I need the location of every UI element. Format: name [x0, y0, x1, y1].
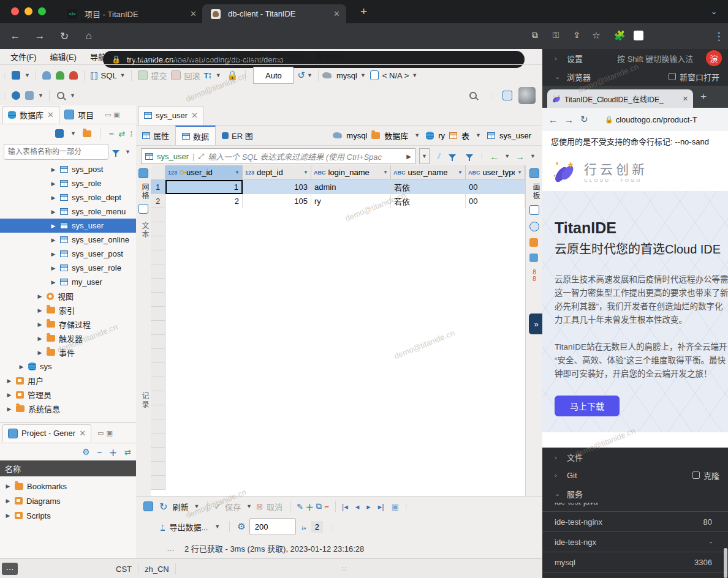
- apply-filter-funnel-icon[interactable]: [466, 154, 473, 159]
- column-header-user_type[interactable]: ABCuser_type▼: [466, 165, 525, 180]
- ime-badge[interactable]: 演: [706, 50, 722, 66]
- add-row-icon[interactable]: ＋: [306, 501, 314, 512]
- edit-row-icon[interactable]: ✎: [297, 502, 303, 511]
- delete-row-icon[interactable]: −: [324, 502, 329, 511]
- password-key-icon[interactable]: ⚿: [545, 30, 566, 40]
- search-icon[interactable]: [57, 92, 64, 99]
- expand-all-icon[interactable]: ＋: [109, 446, 117, 458]
- expander-arrow-icon[interactable]: ▶: [50, 251, 56, 257]
- download-button[interactable]: 马上下载: [555, 396, 620, 416]
- sql-editor-icon[interactable]: ⟦⟧: [90, 71, 98, 80]
- fetch-size-input[interactable]: [249, 518, 296, 535]
- nav-forward-arrow-icon[interactable]: →: [515, 151, 525, 162]
- collapse-all-icon[interactable]: −: [109, 129, 114, 138]
- tree-item-管理员[interactable]: ▶管理员: [0, 388, 136, 402]
- save-filter-funnel-icon[interactable]: [449, 154, 456, 159]
- forward-icon[interactable]: →: [29, 30, 50, 42]
- web-panel-icon[interactable]: [529, 222, 539, 231]
- more-panels-icon[interactable]: 88: [526, 269, 542, 282]
- new-tab-icon[interactable]: +: [700, 91, 707, 103]
- minimize-panel-icon[interactable]: ▭: [97, 429, 104, 437]
- link-editor-icon[interactable]: ⇄: [118, 129, 125, 138]
- panel-toggle-icon[interactable]: [138, 168, 148, 178]
- expander-arrow-icon[interactable]: ▶: [50, 181, 56, 187]
- schema-selector[interactable]: < N/A >: [382, 71, 409, 80]
- nav-back-caret-icon[interactable]: ▼: [504, 153, 510, 159]
- maximize-panel-icon[interactable]: ▣: [106, 429, 112, 437]
- tree-item-索引[interactable]: ▶索引: [0, 303, 136, 317]
- expander-arrow-icon[interactable]: ▶: [5, 512, 11, 519]
- cancel-button[interactable]: 取消: [267, 501, 282, 512]
- expander-arrow-icon[interactable]: ▶: [37, 307, 43, 313]
- tree-item-my_user[interactable]: ▶my_user: [0, 275, 136, 289]
- tab-databases[interactable]: 数据库 ✕: [2, 106, 59, 124]
- expand-sidebar-handle[interactable]: »: [529, 313, 542, 334]
- quick-search-icon[interactable]: [469, 92, 477, 99]
- expander-arrow-icon[interactable]: ▶: [6, 406, 12, 412]
- clipboard-icon[interactable]: ⧉: [525, 30, 545, 40]
- expander-arrow-icon[interactable]: ▶: [6, 378, 12, 384]
- close-tab-icon[interactable]: ✕: [683, 95, 688, 103]
- forward-icon[interactable]: →: [564, 114, 578, 125]
- column-header-user_id[interactable]: 123user_id▼: [165, 165, 243, 180]
- rollback-icon[interactable]: [171, 70, 181, 80]
- browser-menu-icon[interactable]: ⋮: [708, 30, 728, 43]
- tree-item-触发器[interactable]: ▶触发器: [0, 331, 136, 345]
- settings-row[interactable]: › 设置 按 Shift 键切换输入法 演: [542, 49, 728, 67]
- service-row-mysql[interactable]: mysql3306: [542, 552, 728, 572]
- maximize-panel-icon[interactable]: ▣: [113, 111, 119, 119]
- auto-commit-select[interactable]: Auto: [253, 67, 294, 84]
- breadcrumb-label[interactable]: ry: [438, 131, 445, 140]
- view-tab-data[interactable]: 数据: [175, 126, 216, 145]
- expander-arrow-icon[interactable]: ▶: [50, 279, 56, 285]
- reload-icon[interactable]: ↻: [580, 114, 594, 125]
- text-view-tab[interactable]: 文本: [140, 222, 150, 239]
- tree-item-用户[interactable]: ▶用户: [0, 373, 136, 388]
- cell-user_type[interactable]: 00: [466, 180, 525, 194]
- table-row[interactable]: 11103admin若依00: [151, 180, 525, 194]
- open-new-window-button[interactable]: 新窗口打开: [669, 71, 719, 83]
- mini-browser-tab[interactable]: TitanIDE_CloudIDE_在线IDE_ ✕: [547, 89, 693, 108]
- rollback-button[interactable]: 回滚: [184, 70, 200, 81]
- row-number-cell[interactable]: 1: [151, 180, 165, 194]
- search-caret-icon[interactable]: ▼: [70, 92, 75, 99]
- tab-search-chevron-icon[interactable]: ⌄: [711, 7, 717, 16]
- minimize-panel-icon[interactable]: ▭: [105, 111, 111, 119]
- next-row-icon[interactable]: ▸: [366, 502, 371, 511]
- close-tab-icon[interactable]: ✕: [190, 9, 197, 18]
- save-caret-icon[interactable]: ▼: [246, 503, 252, 509]
- git-clone-button[interactable]: 克隆: [692, 470, 719, 481]
- tree-item-sys_role_dept[interactable]: ▶sys_role_dept: [0, 190, 136, 205]
- home-icon[interactable]: ⌂: [78, 30, 99, 42]
- duplicate-row-icon[interactable]: ⧉: [316, 501, 322, 511]
- new-connection-icon[interactable]: [55, 129, 64, 138]
- expander-arrow-icon[interactable]: ▶: [6, 392, 12, 398]
- expander-arrow-icon[interactable]: ▶: [50, 195, 56, 201]
- git-panel-row[interactable]: › Git 克隆: [542, 466, 728, 484]
- breadcrumb-label[interactable]: 数据库: [384, 130, 408, 141]
- connect-plug-icon[interactable]: [42, 71, 51, 80]
- connection-selector[interactable]: mysql: [336, 71, 357, 80]
- column-header-user_name[interactable]: ABCuser_name▼: [391, 165, 466, 180]
- value-panel-tab[interactable]: 画板: [531, 183, 541, 200]
- sort-caret-icon[interactable]: ▼: [458, 170, 463, 175]
- cell-user_name[interactable]: 若依: [391, 194, 466, 208]
- filter-funnel-icon[interactable]: [112, 150, 119, 154]
- sql-caret-icon[interactable]: ▼: [120, 72, 126, 78]
- cell-user_id[interactable]: 2: [165, 194, 243, 208]
- breadcrumb-label[interactable]: mysql: [346, 131, 367, 140]
- record-panel-icon[interactable]: [143, 501, 153, 511]
- link-editor-icon[interactable]: ⇄: [124, 448, 131, 457]
- editor-tab-sys-user[interactable]: sys_user ✕: [138, 106, 203, 125]
- export-caret-icon[interactable]: ▼: [214, 524, 220, 530]
- column-header-login_name[interactable]: ABClogin_name▼: [311, 165, 391, 180]
- new-tab-button[interactable]: +: [360, 5, 367, 18]
- new-connection-caret-icon[interactable]: ▼: [25, 72, 30, 78]
- filter-expression-input[interactable]: sys_user | ⤢ 输入一个 SQL 表达式来过滤结果 (使用 Ctrl+…: [141, 148, 415, 164]
- export-data-button[interactable]: 导出数据...: [170, 521, 208, 533]
- transaction-filter-icon[interactable]: T⁞: [204, 71, 211, 80]
- grid-view-tab[interactable]: 网格: [140, 183, 150, 200]
- table-row[interactable]: 22105ry若依00: [151, 194, 525, 208]
- eraser-icon[interactable]: [437, 153, 441, 159]
- column-header-dept_id[interactable]: 123dept_id▼: [243, 165, 311, 180]
